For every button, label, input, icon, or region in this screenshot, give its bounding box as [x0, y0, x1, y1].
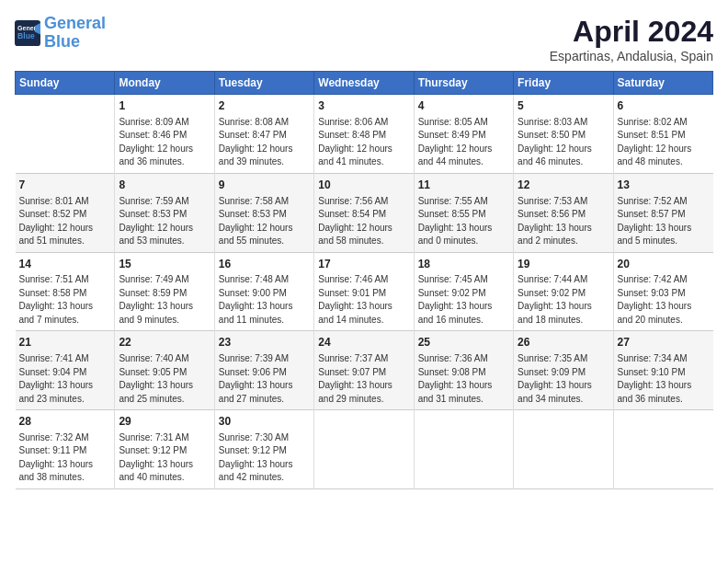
day-content: Sunrise: 7:37 AM Sunset: 9:07 PM Dayligh… [318, 352, 409, 406]
calendar-cell: 27Sunrise: 7:34 AM Sunset: 9:10 PM Dayli… [613, 331, 712, 410]
day-number: 14 [19, 257, 111, 272]
calendar-cell: 4Sunrise: 8:05 AM Sunset: 8:49 PM Daylig… [414, 95, 513, 174]
day-number: 23 [219, 335, 310, 350]
calendar-cell: 29Sunrise: 7:31 AM Sunset: 9:12 PM Dayli… [115, 410, 214, 489]
logo: General Blue General Blue [15, 15, 106, 52]
day-content: Sunrise: 8:08 AM Sunset: 8:47 PM Dayligh… [219, 116, 310, 169]
page-header: General Blue General Blue April 2024 Esp… [15, 15, 713, 63]
calendar-header: SundayMondayTuesdayWednesdayThursdayFrid… [16, 72, 713, 95]
day-number: 24 [318, 335, 409, 350]
calendar-cell: 21Sunrise: 7:41 AM Sunset: 9:04 PM Dayli… [16, 331, 115, 410]
day-content: Sunrise: 7:49 AM Sunset: 8:59 PM Dayligh… [119, 273, 210, 327]
day-number: 15 [119, 257, 210, 272]
calendar-cell: 23Sunrise: 7:39 AM Sunset: 9:06 PM Dayli… [214, 331, 313, 410]
day-number: 5 [518, 98, 609, 114]
day-content: Sunrise: 7:59 AM Sunset: 8:53 PM Dayligh… [119, 195, 210, 248]
day-number: 19 [518, 257, 609, 272]
calendar-cell: 12Sunrise: 7:53 AM Sunset: 8:56 PM Dayli… [514, 173, 613, 252]
day-number: 18 [418, 257, 509, 272]
calendar-cell [414, 410, 513, 489]
header-row: SundayMondayTuesdayWednesdayThursdayFrid… [16, 72, 713, 95]
calendar-cell: 18Sunrise: 7:45 AM Sunset: 9:02 PM Dayli… [414, 252, 513, 331]
day-number: 25 [418, 335, 509, 350]
day-number: 26 [518, 335, 609, 350]
day-number: 30 [219, 414, 310, 430]
day-content: Sunrise: 7:53 AM Sunset: 8:56 PM Dayligh… [518, 195, 609, 248]
day-number: 11 [418, 178, 509, 193]
subtitle: Espartinas, Andalusia, Spain [550, 49, 713, 63]
day-content: Sunrise: 7:55 AM Sunset: 8:55 PM Dayligh… [418, 195, 509, 248]
calendar-cell: 2Sunrise: 8:08 AM Sunset: 8:47 PM Daylig… [214, 95, 313, 174]
calendar-cell [514, 410, 613, 489]
calendar-cell: 9Sunrise: 7:58 AM Sunset: 8:53 PM Daylig… [214, 173, 313, 252]
day-number: 7 [19, 178, 111, 193]
calendar-cell: 25Sunrise: 7:36 AM Sunset: 9:08 PM Dayli… [414, 331, 513, 410]
logo-text: General Blue [44, 15, 106, 52]
day-number: 12 [518, 178, 609, 193]
week-row-5: 28Sunrise: 7:32 AM Sunset: 9:11 PM Dayli… [16, 410, 713, 489]
day-content: Sunrise: 8:02 AM Sunset: 8:51 PM Dayligh… [618, 116, 710, 169]
day-number: 10 [318, 178, 409, 193]
day-content: Sunrise: 7:31 AM Sunset: 9:12 PM Dayligh… [119, 431, 210, 485]
calendar-table: SundayMondayTuesdayWednesdayThursdayFrid… [15, 71, 713, 489]
day-content: Sunrise: 7:34 AM Sunset: 9:10 PM Dayligh… [618, 352, 710, 406]
day-content: Sunrise: 7:41 AM Sunset: 9:04 PM Dayligh… [19, 352, 111, 406]
day-number: 1 [119, 98, 210, 114]
day-number: 4 [418, 98, 509, 114]
day-number: 22 [119, 335, 210, 350]
calendar-cell: 19Sunrise: 7:44 AM Sunset: 9:02 PM Dayli… [514, 252, 613, 331]
day-content: Sunrise: 7:42 AM Sunset: 9:03 PM Dayligh… [618, 273, 710, 327]
day-content: Sunrise: 7:56 AM Sunset: 8:54 PM Dayligh… [318, 195, 409, 248]
day-content: Sunrise: 7:32 AM Sunset: 9:11 PM Dayligh… [19, 431, 111, 485]
calendar-cell: 5Sunrise: 8:03 AM Sunset: 8:50 PM Daylig… [514, 95, 613, 174]
day-content: Sunrise: 8:09 AM Sunset: 8:46 PM Dayligh… [119, 116, 210, 169]
day-content: Sunrise: 7:45 AM Sunset: 9:02 PM Dayligh… [418, 273, 509, 327]
calendar-cell: 6Sunrise: 8:02 AM Sunset: 8:51 PM Daylig… [613, 95, 712, 174]
day-content: Sunrise: 7:40 AM Sunset: 9:05 PM Dayligh… [119, 352, 210, 406]
day-content: Sunrise: 7:48 AM Sunset: 9:00 PM Dayligh… [219, 273, 310, 327]
day-number: 3 [318, 98, 409, 114]
calendar-cell: 17Sunrise: 7:46 AM Sunset: 9:01 PM Dayli… [314, 252, 414, 331]
week-row-3: 14Sunrise: 7:51 AM Sunset: 8:58 PM Dayli… [16, 252, 713, 331]
day-number: 27 [618, 335, 710, 350]
day-content: Sunrise: 7:39 AM Sunset: 9:06 PM Dayligh… [219, 352, 310, 406]
svg-text:Blue: Blue [17, 31, 35, 40]
week-row-2: 7Sunrise: 8:01 AM Sunset: 8:52 PM Daylig… [16, 173, 713, 252]
calendar-cell [314, 410, 414, 489]
day-content: Sunrise: 7:44 AM Sunset: 9:02 PM Dayligh… [518, 273, 609, 327]
calendar-cell: 10Sunrise: 7:56 AM Sunset: 8:54 PM Dayli… [314, 173, 414, 252]
calendar-cell: 13Sunrise: 7:52 AM Sunset: 8:57 PM Dayli… [613, 173, 712, 252]
week-row-1: 1Sunrise: 8:09 AM Sunset: 8:46 PM Daylig… [16, 95, 713, 174]
header-cell-wednesday: Wednesday [314, 72, 414, 95]
calendar-cell: 14Sunrise: 7:51 AM Sunset: 8:58 PM Dayli… [16, 252, 115, 331]
day-number: 9 [219, 178, 310, 193]
calendar-cell: 1Sunrise: 8:09 AM Sunset: 8:46 PM Daylig… [115, 95, 214, 174]
calendar-cell [613, 410, 712, 489]
header-cell-monday: Monday [115, 72, 214, 95]
calendar-cell: 24Sunrise: 7:37 AM Sunset: 9:07 PM Dayli… [314, 331, 414, 410]
week-row-4: 21Sunrise: 7:41 AM Sunset: 9:04 PM Dayli… [16, 331, 713, 410]
day-number: 2 [219, 98, 310, 114]
day-number: 6 [618, 98, 710, 114]
logo-icon: General Blue [15, 20, 40, 46]
header-cell-tuesday: Tuesday [214, 72, 313, 95]
day-content: Sunrise: 8:03 AM Sunset: 8:50 PM Dayligh… [518, 116, 609, 169]
calendar-cell: 16Sunrise: 7:48 AM Sunset: 9:00 PM Dayli… [214, 252, 313, 331]
day-content: Sunrise: 7:30 AM Sunset: 9:12 PM Dayligh… [219, 431, 310, 485]
day-number: 17 [318, 257, 409, 272]
calendar-cell: 20Sunrise: 7:42 AM Sunset: 9:03 PM Dayli… [613, 252, 712, 331]
day-number: 28 [19, 414, 111, 430]
day-content: Sunrise: 8:06 AM Sunset: 8:48 PM Dayligh… [318, 116, 409, 169]
day-number: 8 [119, 178, 210, 193]
day-content: Sunrise: 7:52 AM Sunset: 8:57 PM Dayligh… [618, 195, 710, 248]
calendar-body: 1Sunrise: 8:09 AM Sunset: 8:46 PM Daylig… [16, 95, 713, 489]
day-content: Sunrise: 8:01 AM Sunset: 8:52 PM Dayligh… [19, 195, 111, 248]
calendar-cell: 30Sunrise: 7:30 AM Sunset: 9:12 PM Dayli… [214, 410, 313, 489]
day-number: 20 [618, 257, 710, 272]
calendar-cell: 22Sunrise: 7:40 AM Sunset: 9:05 PM Dayli… [115, 331, 214, 410]
day-number: 21 [19, 335, 111, 350]
main-title: April 2024 [550, 15, 713, 49]
calendar-cell: 28Sunrise: 7:32 AM Sunset: 9:11 PM Dayli… [16, 410, 115, 489]
header-cell-friday: Friday [514, 72, 613, 95]
day-number: 16 [219, 257, 310, 272]
